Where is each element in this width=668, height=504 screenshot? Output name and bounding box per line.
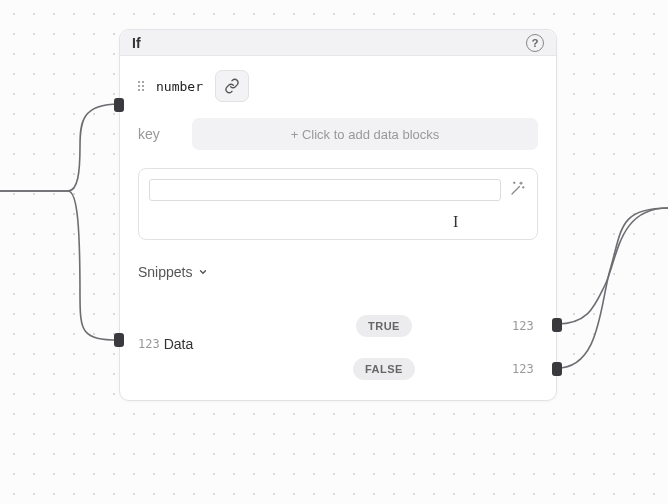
data-output-label: Data xyxy=(164,336,194,352)
add-data-blocks-button[interactable]: + Click to add data blocks xyxy=(192,118,538,150)
output-port-false[interactable] xyxy=(552,362,562,376)
true-branch-pill[interactable]: TRUE xyxy=(356,315,412,337)
help-icon[interactable]: ? xyxy=(526,34,544,52)
input-port-data[interactable] xyxy=(114,333,124,347)
snippets-label: Snippets xyxy=(138,264,192,280)
node-title: If xyxy=(132,35,141,51)
output-port-true[interactable] xyxy=(552,318,562,332)
node-header[interactable]: If ? xyxy=(120,30,556,56)
link-button[interactable] xyxy=(215,70,249,102)
node-body: number key + Click to add data blocks I xyxy=(120,56,556,400)
magic-wand-icon[interactable] xyxy=(509,179,527,197)
node-editor-canvas[interactable]: If ? number key + Click to add data bloc… xyxy=(0,0,668,504)
data-output-type: 123 xyxy=(138,337,160,351)
link-icon xyxy=(224,78,240,94)
key-row: key + Click to add data blocks xyxy=(138,118,538,150)
expression-input[interactable] xyxy=(149,179,501,201)
false-branch-type: 123 xyxy=(512,362,534,376)
input-param-row: number xyxy=(138,70,538,102)
outputs-area: 123 Data TRUE 123 FALSE 123 xyxy=(138,310,538,382)
input-port-number[interactable] xyxy=(114,98,124,112)
text-caret-icon: I xyxy=(453,213,458,231)
data-output: 123 Data xyxy=(138,336,193,352)
true-branch-type: 123 xyxy=(512,319,534,333)
expression-area[interactable]: I xyxy=(138,168,538,240)
snippets-dropdown[interactable]: Snippets xyxy=(138,264,538,280)
false-branch-pill[interactable]: FALSE xyxy=(353,358,415,380)
chevron-down-icon xyxy=(198,267,208,277)
drag-handle-icon[interactable] xyxy=(138,81,144,91)
input-param-name: number xyxy=(156,79,203,94)
key-label: key xyxy=(138,126,178,142)
if-node[interactable]: If ? number key + Click to add data bloc… xyxy=(119,29,557,401)
